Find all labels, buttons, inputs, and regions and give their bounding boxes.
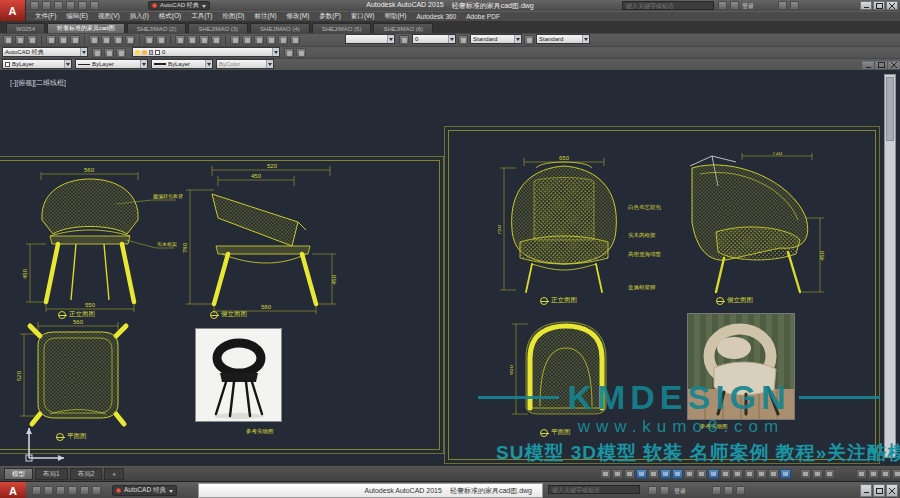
- menu-draw[interactable]: 绘图(D): [218, 12, 250, 21]
- lock-ui-icon[interactable]: [868, 469, 879, 479]
- dwg-restore-button[interactable]: [875, 61, 887, 69]
- minimize-button[interactable]: [860, 484, 872, 497]
- matchprop-icon[interactable]: [125, 35, 135, 45]
- grid-display-icon[interactable]: [624, 469, 635, 479]
- file-tab[interactable]: SHEJIMAO (2): [127, 23, 187, 33]
- infocenter-search-input[interactable]: [622, 1, 714, 10]
- model-space-canvas[interactable]: [-][俯视][二维线框] 560 450 550 藤编软包靠背 实木框架 5: [0, 70, 900, 465]
- color-combo[interactable]: ByLayer: [2, 59, 72, 69]
- new-file-icon[interactable]: [32, 486, 41, 495]
- qnew-icon[interactable]: [3, 35, 13, 45]
- dim-style-combo[interactable]: Standard: [536, 34, 590, 44]
- cut-icon[interactable]: [89, 35, 99, 45]
- linetype-combo[interactable]: ByLayer: [75, 59, 148, 69]
- layer-previous-icon[interactable]: [296, 48, 306, 58]
- infer-constraints-icon[interactable]: [600, 469, 611, 479]
- chevron-down-icon[interactable]: [736, 486, 745, 495]
- undo-icon[interactable]: [66, 1, 75, 10]
- annotation-monitor-icon[interactable]: [768, 469, 779, 479]
- restore-button[interactable]: [873, 1, 885, 10]
- object-snap-icon[interactable]: [660, 469, 671, 479]
- redo-icon[interactable]: [156, 35, 166, 45]
- make-layer-current-icon[interactable]: [284, 48, 294, 58]
- infocenter-search-input[interactable]: [548, 485, 640, 494]
- vertical-scrollbar[interactable]: [884, 74, 896, 458]
- undo-icon[interactable]: [68, 486, 77, 495]
- text-style-icon[interactable]: [458, 35, 468, 45]
- lineweight-display-icon[interactable]: [720, 469, 731, 479]
- tab-layout1[interactable]: 布局1: [35, 468, 68, 480]
- selection-cycling-icon[interactable]: [756, 469, 767, 479]
- menu-tools[interactable]: 工具(T): [186, 12, 217, 21]
- menu-adobepdf[interactable]: Adobe PDF: [461, 13, 505, 20]
- exchange-apps-icon[interactable]: [712, 486, 721, 495]
- undo-icon[interactable]: [144, 35, 154, 45]
- save-icon[interactable]: [54, 1, 63, 10]
- quick-properties-icon[interactable]: [744, 469, 755, 479]
- menu-parametric[interactable]: 参数(P): [314, 12, 346, 21]
- current-style-combo[interactable]: 0: [412, 34, 456, 44]
- dwg-close-button[interactable]: [888, 61, 900, 69]
- layer-properties-icon[interactable]: [92, 48, 102, 58]
- dynamic-input-icon[interactable]: [708, 469, 719, 479]
- workspace-switcher[interactable]: AutoCAD 经典: [148, 1, 210, 10]
- account-icon[interactable]: [730, 1, 739, 10]
- zoom-previous-icon[interactable]: [211, 35, 221, 45]
- close-button[interactable]: [886, 484, 898, 497]
- account-icon[interactable]: [660, 486, 669, 495]
- annotation-scale-icon[interactable]: [824, 469, 835, 479]
- dynamic-ucs-icon[interactable]: [696, 469, 707, 479]
- toolpalettes-icon[interactable]: [254, 35, 264, 45]
- annotation-scale-combo[interactable]: [345, 34, 395, 44]
- preview-icon[interactable]: [58, 35, 68, 45]
- zoom-window-icon[interactable]: [199, 35, 209, 45]
- workspace-switcher[interactable]: AutoCAD 经典: [112, 485, 177, 496]
- plot-icon[interactable]: [92, 486, 101, 495]
- new-file-icon[interactable]: [30, 1, 39, 10]
- tab-model[interactable]: 模型: [4, 468, 33, 480]
- tab-layout2[interactable]: 布局2: [70, 468, 103, 480]
- transparency-icon[interactable]: [732, 469, 743, 479]
- markup-icon[interactable]: [278, 35, 288, 45]
- polar-tracking-icon[interactable]: [648, 469, 659, 479]
- autocad-logo[interactable]: A: [0, 0, 26, 21]
- menu-help[interactable]: 帮助(H): [379, 12, 411, 21]
- lineweight-combo[interactable]: ByLayer: [151, 59, 213, 69]
- file-tab[interactable]: W0254: [6, 23, 45, 33]
- sheetset-icon[interactable]: [266, 35, 276, 45]
- restore-button[interactable]: [873, 484, 885, 497]
- layer-combo[interactable]: 0: [132, 47, 280, 57]
- minimize-button[interactable]: [860, 1, 872, 10]
- autocad-logo[interactable]: A: [0, 482, 26, 498]
- 3d-object-snap-icon[interactable]: [672, 469, 683, 479]
- save-icon[interactable]: [56, 486, 65, 495]
- menu-dimension[interactable]: 标注(N): [250, 12, 282, 21]
- paste-icon[interactable]: [113, 35, 123, 45]
- copy-icon[interactable]: [101, 35, 111, 45]
- menu-edit[interactable]: 编辑(E): [61, 12, 93, 21]
- search-icon[interactable]: [718, 1, 727, 10]
- close-button[interactable]: [886, 1, 898, 10]
- redo-icon[interactable]: [78, 1, 87, 10]
- open-file-icon[interactable]: [44, 486, 53, 495]
- search-icon[interactable]: [648, 486, 657, 495]
- file-tab[interactable]: SHEJIMAO (3): [188, 23, 248, 33]
- tab-new-layout[interactable]: +: [104, 468, 124, 480]
- text-style-combo[interactable]: Standard: [470, 34, 522, 44]
- zoom-realtime-icon[interactable]: [187, 35, 197, 45]
- file-tab[interactable]: SHEJIMAO (6): [373, 23, 433, 33]
- open-file-icon[interactable]: [42, 1, 51, 10]
- style-toolbar-icon[interactable]: [399, 35, 409, 45]
- help-icon[interactable]: [790, 1, 799, 10]
- plot-icon[interactable]: [90, 1, 99, 10]
- menu-file[interactable]: 文件(F): [30, 12, 61, 21]
- snap-mode-icon[interactable]: [612, 469, 623, 479]
- quickcalc-icon[interactable]: [290, 35, 300, 45]
- menu-window[interactable]: 窗口(W): [346, 12, 379, 21]
- ortho-mode-icon[interactable]: [636, 469, 647, 479]
- scrollbar-thumb[interactable]: [886, 77, 894, 141]
- save-icon[interactable]: [27, 35, 37, 45]
- file-tab[interactable]: SHEJIMAO (4): [250, 23, 310, 33]
- signin-link[interactable]: 登录: [742, 2, 754, 11]
- pan-icon[interactable]: [175, 35, 185, 45]
